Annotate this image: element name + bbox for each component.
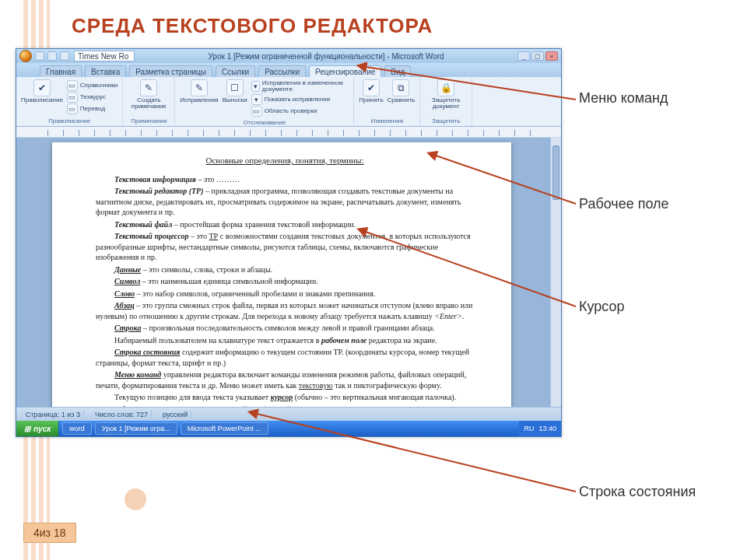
start-label: пуск [33, 425, 51, 433]
ribbon-group-protect: 🔒 Защитить документ Защитить [420, 77, 472, 126]
taskbar-item[interactable]: Урок 1 [Режим огра... [95, 422, 177, 435]
group-title: Отслеживание [180, 119, 349, 126]
windows-logo-icon: ⊞ [24, 425, 30, 433]
quick-access-toolbar [35, 51, 69, 61]
office-button[interactable] [19, 50, 32, 62]
tray-clock: 13:40 [538, 425, 556, 432]
taskbar-item[interactable]: Microsoft PowerPoint ... [181, 422, 268, 435]
vertical-scrollbar[interactable] [550, 138, 561, 407]
group-title: Изменения [359, 117, 415, 124]
titlebar: Times New Ro Урок 1 [Режим ограниченной … [16, 49, 561, 63]
thesaurus-button[interactable]: ▭Тезаурус [67, 92, 117, 103]
ribbon-tab[interactable]: Рассылки [258, 65, 306, 77]
label: Исправления в измененном документе [262, 80, 349, 93]
ribbon-group-changes: ✔ Принять ⧉ Сравнить Изменения [354, 77, 420, 126]
qat-undo[interactable] [47, 51, 57, 61]
scrollbar-thumb[interactable] [552, 145, 559, 200]
protect-document-button[interactable]: 🔒 Защитить документ [425, 79, 467, 110]
doc-paragraph: Слово – это набор символов, ограниченный… [96, 289, 474, 299]
track-icon: ✎ [191, 79, 208, 96]
slide-page-badge: 4из 18 [23, 523, 76, 543]
window-title: Урок 1 [Режим ограниченной функционально… [135, 52, 517, 61]
abc-check-icon: ✔ [33, 79, 51, 96]
slide-title: СРЕДА ТЕКСТОВОГО РЕДАКТОРА [72, 14, 433, 38]
translate-icon: ▭ [67, 103, 78, 114]
ribbon: ✔ Правописание ▭Справочники ▭Тезаурус ▭П… [16, 77, 561, 127]
system-tray: RU 13:40 [519, 421, 561, 436]
book-icon: ▭ [67, 80, 78, 91]
status-word-count[interactable]: Число слов: 727 [92, 411, 152, 418]
display-for-review-dropdown[interactable]: ▾Исправления в измененном документе [251, 80, 349, 93]
track-changes-button[interactable]: ✎ Исправления [180, 79, 218, 103]
reviewing-pane-button[interactable]: ▭Область проверки [251, 106, 349, 117]
doc-paragraph: Меню команд управления редактора включае… [96, 369, 474, 390]
status-page[interactable]: Страница: 1 из 3 [23, 411, 84, 418]
label: Создать примечание [128, 97, 170, 110]
ribbon-tab[interactable]: Разметка страницы [129, 65, 212, 77]
thesaurus-icon: ▭ [67, 92, 78, 103]
label: Защитить документ [425, 97, 467, 110]
comment-icon: ✎ [140, 79, 157, 96]
label: Справочники [80, 82, 117, 89]
research-button[interactable]: ▭Справочники [67, 80, 117, 91]
horizontal-ruler[interactable] [16, 127, 561, 138]
group-title: Правописание [21, 117, 117, 124]
taskbar-item[interactable]: word [62, 422, 92, 435]
label: Исправления [180, 97, 218, 103]
qat-save[interactable] [35, 51, 44, 61]
compare-icon: ⧉ [392, 79, 409, 96]
group-title: Примечания [128, 117, 170, 124]
doc-paragraph: Текстовый редактор (ТР) – прикладная про… [96, 186, 474, 218]
windows-taskbar: ⊞пуск word Урок 1 [Режим огра... Microso… [16, 421, 561, 436]
show-markup-button[interactable]: ▾Показать исправления [251, 94, 349, 105]
callout-workfield: Рабочее поле [579, 196, 669, 212]
accept-icon: ✔ [363, 79, 380, 96]
new-comment-button[interactable]: ✎ Создать примечание [128, 79, 170, 110]
font-name-text: Times New Ro [78, 52, 128, 61]
page[interactable]: Основные определения, понятия, термины: … [52, 142, 511, 407]
doc-heading: Основные определения, понятия, термины: [96, 155, 474, 166]
word-window: Times New Ro Урок 1 [Режим ограниченной … [16, 48, 562, 437]
callout-cursor: Курсор [579, 299, 625, 315]
label: Сравнить [388, 97, 416, 103]
doc-paragraph: Абзац – это группа смежных строк файла, … [96, 300, 474, 321]
status-bar: Страница: 1 из 3 Число слов: 727 русский [16, 407, 561, 421]
qat-redo[interactable] [60, 51, 69, 61]
start-button[interactable]: ⊞пуск [16, 421, 59, 436]
doc-paragraph: Набираемый пользователем на клавиатуре т… [96, 335, 474, 346]
ruler-ticks [47, 130, 545, 136]
group-title: Защитить [425, 117, 467, 124]
doc-paragraph: Текстовая информация – это ……… [96, 174, 474, 185]
ribbon-tab[interactable]: Вид [384, 65, 411, 77]
ribbon-tab[interactable]: Вставка [85, 65, 126, 77]
ribbon-tabs: ГлавнаяВставкаРазметка страницыСсылкиРас… [16, 63, 561, 77]
maximize-button[interactable]: ▢ [531, 51, 544, 61]
ribbon-tab[interactable]: Ссылки [216, 65, 255, 77]
ribbon-group-tracking: ✎ Исправления ☐ Выноски ▾Исправления в и… [175, 77, 354, 126]
ribbon-tab[interactable]: Рецензирование [309, 65, 381, 77]
doc-paragraph: Строка состояния содержит информацию о т… [96, 347, 474, 368]
doc-paragraph: Данные – это символы, слова, строки и аб… [96, 264, 474, 275]
decorative-dot [124, 488, 146, 510]
callout-menu: Меню команд [579, 90, 668, 107]
tray-language[interactable]: RU [524, 425, 534, 432]
label: Перевод [80, 106, 105, 112]
label: Правописание [21, 97, 63, 103]
document-area[interactable]: Основные определения, понятия, термины: … [16, 138, 561, 407]
window-buttons: _ ▢ × [517, 51, 558, 61]
ribbon-tab[interactable]: Главная [40, 65, 82, 77]
close-button[interactable]: × [545, 51, 558, 61]
accept-button[interactable]: ✔ Принять [359, 79, 383, 103]
compare-button[interactable]: ⧉ Сравнить [388, 79, 416, 103]
lock-icon: 🔒 [437, 79, 454, 96]
doc-paragraph: Текстовый процессор – это ТР с возможнос… [96, 231, 474, 263]
ribbon-group-comments: ✎ Создать примечание Примечания [123, 77, 175, 126]
minimize-button[interactable]: _ [517, 51, 530, 61]
label: Показать исправления [265, 96, 330, 103]
translate-button[interactable]: ▭Перевод [67, 103, 117, 114]
font-name-box[interactable]: Times New Ro [74, 51, 135, 61]
doc-paragraph: Текущую позицию для ввода текста указыва… [96, 392, 474, 403]
spelling-button[interactable]: ✔ Правописание [21, 79, 63, 103]
status-language[interactable]: русский [160, 411, 191, 418]
balloons-button[interactable]: ☐ Выноски [223, 79, 247, 103]
